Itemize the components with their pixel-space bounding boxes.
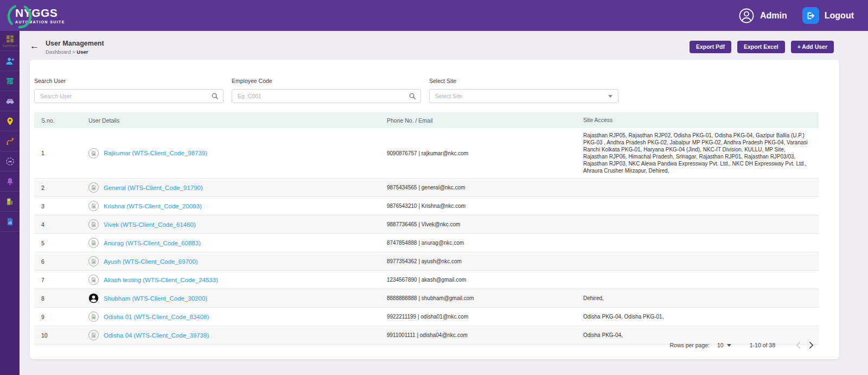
- row-phone-email: 9875434565 | general@nkc.com: [387, 185, 583, 190]
- sidebar-item-alerts[interactable]: [0, 171, 20, 192]
- nyggs-logo: NYGGS AUTOMATION SUITE: [10, 3, 65, 29]
- row-phone-email: 9090876757 | rajkumar@nkc.com: [387, 150, 583, 156]
- page-header: ← User Management Dashboard > User Expor…: [20, 31, 868, 55]
- employee-code-input[interactable]: [232, 89, 421, 103]
- table-body: 1 Rajkumar (WTS-Client_Code_98739) 90908…: [34, 128, 819, 345]
- user-profile-icon: [738, 8, 755, 24]
- row-phone-email: 9911001111 | odisha04@nkc.com: [387, 332, 583, 338]
- sidebar-item-fuel[interactable]: [0, 192, 20, 212]
- row-phone-email: 1234567890 | akash@gmail.com: [387, 277, 583, 283]
- sidebar-item-route[interactable]: [0, 131, 20, 151]
- previous-page-button[interactable]: [792, 339, 805, 352]
- table-row: 7 Akash testing (WTS-Client_Code_24533) …: [34, 271, 819, 289]
- fuel-icon: [5, 197, 15, 206]
- pagination-range: 1-10 of 38: [750, 342, 775, 348]
- rows-per-page-select[interactable]: 10: [717, 342, 731, 348]
- row-sno: 9: [34, 314, 88, 320]
- search-user-label: Search User: [34, 78, 224, 84]
- user-avatar-icon: [88, 293, 99, 303]
- table-row: 3 Krishna (WTS-Client_Code_20093) 987654…: [34, 197, 819, 215]
- select-site-label: Select Site: [429, 78, 618, 84]
- user-details-link[interactable]: Odisha 01 (WTS-Client_Code_83408): [104, 314, 209, 320]
- rows-per-page-label: Rows per page:: [669, 342, 710, 348]
- back-arrow-icon[interactable]: ←: [30, 41, 39, 50]
- sidebar-item-vehicle[interactable]: [0, 91, 20, 111]
- user-details-link[interactable]: Odisha 04 (WTS-Client_Code_39739): [104, 332, 209, 339]
- row-phone-email: 9876543210 | Krishna@nkc.com: [387, 203, 583, 209]
- user-avatar-icon: [88, 219, 99, 230]
- row-sno: 2: [34, 185, 88, 191]
- table-row: 8 Shubham (WTS-Client_Code_30200) 888888…: [34, 289, 819, 308]
- search-icon: [211, 92, 219, 100]
- sidebar-item-location[interactable]: [0, 111, 20, 131]
- table-header-row: S.no. User Details Phone No. / Email Sit…: [34, 112, 819, 128]
- export-excel-button[interactable]: Export Excel: [737, 41, 785, 53]
- col-header-site: Site Access: [583, 113, 819, 128]
- sidebar-item-add-user[interactable]: [0, 51, 20, 71]
- filters-row: Search User Employee Code Se: [34, 64, 835, 112]
- sidebar-item-reports[interactable]: [0, 212, 20, 232]
- row-site-access: [583, 184, 819, 192]
- user-details-link[interactable]: Anurag (WTS-Client_Code_60883): [104, 240, 201, 246]
- table-row: 2 General (WTS-Client_Code_91790) 987543…: [34, 179, 819, 197]
- site-icon: [5, 77, 15, 86]
- user-avatar-icon: [88, 182, 99, 193]
- table-row: 5 Anurag (WTS-Client_Code_60883) 8747854…: [34, 234, 819, 252]
- user-details-link[interactable]: General (WTS-Client_Code_91790): [104, 185, 203, 191]
- sidebar-item-trip[interactable]: [0, 151, 20, 171]
- vehicle-icon: [5, 97, 15, 106]
- table-row: 9 Odisha 01 (WTS-Client_Code_83408) 9922…: [34, 308, 819, 326]
- user-details-link[interactable]: Vivek (WTS-Client_Code_61460): [104, 221, 196, 228]
- table-row: 1 Rajkumar (WTS-Client_Code_98739) 90908…: [34, 128, 819, 179]
- user-details-link[interactable]: Shubham (WTS-Client_Code_30200): [104, 295, 207, 302]
- logout-button[interactable]: Logout: [802, 7, 854, 24]
- sidebar-item-site[interactable]: [0, 71, 20, 91]
- user-avatar-icon: [88, 256, 99, 266]
- add-user-button[interactable]: + Add User: [791, 41, 834, 53]
- chevron-down-icon: [608, 95, 612, 98]
- reports-icon: [5, 217, 15, 226]
- row-phone-email: 8888888888 | shubham@gmail.com: [387, 295, 583, 301]
- user-details-link[interactable]: Ayush (WTS-Client_Code_69700): [104, 258, 198, 265]
- row-site-access: [583, 221, 819, 228]
- sidebar: Dashboard: [0, 31, 20, 375]
- export-pdf-button[interactable]: Export Pdf: [690, 41, 731, 53]
- table-row: 6 Ayush (WTS-Client_Code_69700) 89773543…: [34, 252, 819, 271]
- next-page-button[interactable]: [805, 339, 818, 352]
- chevron-down-icon: [727, 344, 731, 347]
- main-content: ← User Management Dashboard > User Expor…: [20, 31, 868, 375]
- logout-icon: [802, 7, 819, 24]
- logout-label: Logout: [825, 11, 854, 21]
- user-details-link[interactable]: Akash testing (WTS-Client_Code_24533): [104, 277, 218, 283]
- table-row: 4 Vivek (WTS-Client_Code_61460) 98877364…: [34, 215, 819, 234]
- top-header-bar: NYGGS AUTOMATION SUITE Admin Logout: [0, 0, 868, 31]
- dashboard-icon: [5, 34, 15, 43]
- row-site-access: Odisha PKG-04, Odisha PKG-01,: [583, 309, 819, 324]
- select-site-dropdown[interactable]: [429, 89, 618, 103]
- row-phone-email: 8747854888 | anurag@nkc.com: [387, 240, 583, 246]
- row-phone-email: 9887736465 | Vivek@nkc.com: [387, 221, 583, 227]
- row-sno: 7: [34, 277, 88, 283]
- search-icon: [409, 92, 416, 100]
- breadcrumb: Dashboard > User: [46, 49, 104, 55]
- user-avatar-icon: [88, 312, 99, 322]
- admin-label: Admin: [760, 11, 787, 21]
- sidebar-item-dashboard[interactable]: Dashboard: [0, 31, 20, 51]
- route-icon: [5, 137, 15, 146]
- user-avatar-icon: [88, 238, 99, 248]
- sidebar-item-label: Dashboard: [3, 44, 17, 47]
- row-phone-email: 8977354362 | ayush@nkc.com: [387, 258, 583, 264]
- row-site-access: [583, 202, 819, 210]
- admin-menu[interactable]: Admin: [738, 8, 787, 24]
- user-details-link[interactable]: Krishna (WTS-Client_Code_20093): [104, 203, 202, 209]
- search-user-input[interactable]: [34, 89, 224, 103]
- user-details-link[interactable]: Rajkumar (WTS-Client_Code_98739): [104, 150, 207, 156]
- row-site-access: [583, 239, 819, 247]
- row-sno: 8: [34, 295, 88, 302]
- row-sno: 1: [34, 150, 88, 156]
- col-header-sno: S.no.: [34, 117, 88, 124]
- row-sno: 3: [34, 203, 88, 209]
- row-site-access: [583, 276, 819, 284]
- row-sno: 10: [34, 332, 88, 339]
- row-phone-email: 9922211199 | odisha01@nkc.com: [387, 314, 583, 320]
